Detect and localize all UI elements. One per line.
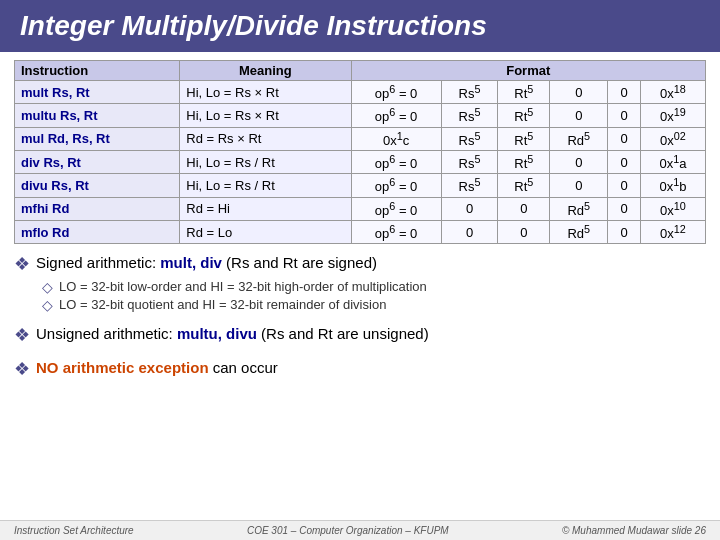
bullet-text-1: Signed arithmetic: mult, div (Rs and Rt … [36, 254, 377, 271]
bullet-main-3: ❖ NO arithmetic exception can occur [14, 359, 706, 381]
bullet-section-2: ❖ Unsigned arithmetic: multu, divu (Rs a… [14, 325, 706, 350]
table-row: mul Rd, Rs, RtRd = Rs × Rt0x1cRs5Rt5Rd50… [15, 127, 706, 150]
table-cell: 0 [608, 197, 641, 220]
slide-content: Instruction Meaning Format mult Rs, RtHi… [0, 52, 720, 520]
highlight-multdiv: mult, div [160, 254, 222, 271]
slide: Integer Multiply/Divide Instructions Ins… [0, 0, 720, 540]
header-format: Format [351, 61, 706, 81]
table-cell: 0x1a [641, 150, 706, 173]
table-cell: 0x02 [641, 127, 706, 150]
table-cell: divu Rs, Rt [15, 174, 180, 197]
footer-left: Instruction Set Architecture [14, 525, 134, 536]
table-cell: 0x1c [351, 127, 441, 150]
table-row: mfhi RdRd = Hiop6 = 000Rd500x10 [15, 197, 706, 220]
sub-bullet-1: ◇ LO = 32-bit low-order and HI = 32-bit … [42, 279, 706, 295]
header-instruction: Instruction [15, 61, 180, 81]
table-cell: Rt5 [498, 174, 550, 197]
slide-title: Integer Multiply/Divide Instructions [0, 0, 720, 52]
table-cell: op6 = 0 [351, 220, 441, 243]
table-cell: 0 [550, 104, 608, 127]
table-cell: multu Rs, Rt [15, 104, 180, 127]
table-cell: 0 [608, 127, 641, 150]
table-cell: Rd = Lo [180, 220, 351, 243]
table-cell: 0 [608, 220, 641, 243]
table-cell: 0x10 [641, 197, 706, 220]
table-cell: 0 [608, 81, 641, 104]
table-cell: 0x18 [641, 81, 706, 104]
table-cell: 0x1b [641, 174, 706, 197]
table-cell: Rd5 [550, 220, 608, 243]
bullet-section-1: ❖ Signed arithmetic: mult, div (Rs and R… [14, 254, 706, 315]
bullet-main-2: ❖ Unsigned arithmetic: multu, divu (Rs a… [14, 325, 706, 347]
bullet-text-2: Unsigned arithmetic: multu, divu (Rs and… [36, 325, 429, 342]
table-cell: Rs5 [441, 174, 498, 197]
table-cell: 0 [441, 220, 498, 243]
table-cell: 0 [608, 104, 641, 127]
footer: Instruction Set Architecture COE 301 – C… [0, 520, 720, 540]
diamond-icon-2: ❖ [14, 325, 30, 347]
sub-text-2: LO = 32-bit quotient and HI = 32-bit rem… [59, 297, 386, 312]
table-cell: 0 [498, 197, 550, 220]
table-cell: Rt5 [498, 104, 550, 127]
table-cell: Rs5 [441, 127, 498, 150]
table-cell: mul Rd, Rs, Rt [15, 127, 180, 150]
table-cell: 0 [550, 150, 608, 173]
table-cell: 0 [550, 174, 608, 197]
table-cell: Rt5 [498, 127, 550, 150]
table-cell: mfhi Rd [15, 197, 180, 220]
bullet-text-3: NO arithmetic exception can occur [36, 359, 278, 376]
table-row: divu Rs, RtHi, Lo = Rs / Rtop6 = 0Rs5Rt5… [15, 174, 706, 197]
table-cell: Hi, Lo = Rs × Rt [180, 104, 351, 127]
header-meaning: Meaning [180, 61, 351, 81]
sub-diamond-icon-1: ◇ [42, 279, 53, 295]
table-cell: Rd = Rs × Rt [180, 127, 351, 150]
table-cell: op6 = 0 [351, 197, 441, 220]
table-cell: 0 [498, 220, 550, 243]
table-cell: 0 [550, 81, 608, 104]
table-cell: Rd = Hi [180, 197, 351, 220]
table-cell: mflo Rd [15, 220, 180, 243]
table-cell: op6 = 0 [351, 150, 441, 173]
table-cell: Rd5 [550, 197, 608, 220]
table-cell: 0 [608, 174, 641, 197]
table-cell: Rt5 [498, 81, 550, 104]
table-row: mult Rs, RtHi, Lo = Rs × Rtop6 = 0Rs5Rt5… [15, 81, 706, 104]
table-cell: 0 [441, 197, 498, 220]
table-row: div Rs, RtHi, Lo = Rs / Rtop6 = 0Rs5Rt50… [15, 150, 706, 173]
table-cell: Hi, Lo = Rs / Rt [180, 174, 351, 197]
bullet-main-1: ❖ Signed arithmetic: mult, div (Rs and R… [14, 254, 706, 276]
table-cell: Rt5 [498, 150, 550, 173]
table-cell: Rs5 [441, 150, 498, 173]
sub-diamond-icon-2: ◇ [42, 297, 53, 313]
sub-bullet-2: ◇ LO = 32-bit quotient and HI = 32-bit r… [42, 297, 706, 313]
table-row: multu Rs, RtHi, Lo = Rs × Rtop6 = 0Rs5Rt… [15, 104, 706, 127]
table-cell: mult Rs, Rt [15, 81, 180, 104]
instruction-table: Instruction Meaning Format mult Rs, RtHi… [14, 60, 706, 244]
table-cell: Rd5 [550, 127, 608, 150]
table-cell: 0x19 [641, 104, 706, 127]
table-cell: op6 = 0 [351, 81, 441, 104]
table-cell: Hi, Lo = Rs × Rt [180, 81, 351, 104]
table-cell: op6 = 0 [351, 104, 441, 127]
diamond-icon-1: ❖ [14, 254, 30, 276]
bullet-section-3: ❖ NO arithmetic exception can occur [14, 359, 706, 384]
footer-center: COE 301 – Computer Organization – KFUPM [247, 525, 449, 536]
table-cell: 0x12 [641, 220, 706, 243]
table-cell: div Rs, Rt [15, 150, 180, 173]
sub-text-1: LO = 32-bit low-order and HI = 32-bit hi… [59, 279, 427, 294]
highlight-no-exception: NO arithmetic exception [36, 359, 209, 376]
table-cell: 0 [608, 150, 641, 173]
table-cell: op6 = 0 [351, 174, 441, 197]
diamond-icon-3: ❖ [14, 359, 30, 381]
table-cell: Rs5 [441, 104, 498, 127]
table-cell: Rs5 [441, 81, 498, 104]
footer-right: © Muhammed Mudawar slide 26 [562, 525, 706, 536]
table-cell: Hi, Lo = Rs / Rt [180, 150, 351, 173]
highlight-multudiv: multu, divu [177, 325, 257, 342]
table-row: mflo RdRd = Loop6 = 000Rd500x12 [15, 220, 706, 243]
